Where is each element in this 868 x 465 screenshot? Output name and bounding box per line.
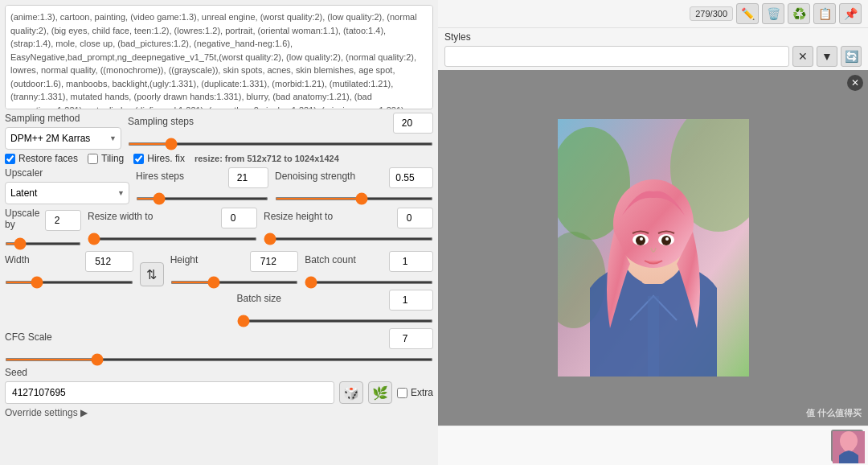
refresh-icon: 🔄 (845, 50, 858, 63)
hires-steps-input[interactable]: 21 (228, 167, 268, 188)
styles-input-row: ✕ ▼ 🔄 (444, 46, 862, 67)
hires-steps-section: Hires steps 21 (136, 167, 268, 204)
image-svg (558, 119, 749, 377)
upscale-by-section: Upscale by 2 (5, 208, 81, 248)
resize-width-slider[interactable] (88, 237, 257, 241)
height-input[interactable]: 712 (250, 251, 298, 272)
svg-point-11 (640, 237, 643, 241)
seed-input[interactable]: 4127107695 (5, 381, 334, 404)
denoising-section: Denoising strength 0.55 (275, 167, 433, 204)
upscaler-select[interactable]: Latent (5, 182, 129, 204)
resize-width-input[interactable]: 0 (221, 208, 257, 228)
sampling-method-label: Sampling method (5, 113, 121, 124)
width-section: Width 512 (5, 251, 133, 286)
denoising-label: Denoising strength (275, 171, 355, 182)
leaf-icon: 🌿 (372, 385, 388, 401)
batch-size-section: Batch size 1 (237, 290, 434, 325)
upscaler-section: Upscaler Latent (5, 167, 129, 204)
negative-prompt-text[interactable]: (anime:1.3), cartoon, painting, (video g… (5, 5, 433, 109)
styles-expand-button[interactable]: ▼ (817, 46, 837, 67)
pencil-icon: ✏️ (741, 7, 755, 20)
right-panel: 279/300 ✏️ 🗑️ ♻️ 📋 📌 Styles ✕ (438, 0, 868, 465)
upscaler-dropdown-wrapper: Latent (5, 182, 129, 204)
styles-input[interactable] (444, 46, 789, 67)
override-settings-label[interactable]: Override settings ▶ (5, 407, 433, 418)
styles-label: Styles (444, 31, 862, 43)
hires-steps-slider[interactable] (136, 197, 268, 200)
denoising-slider[interactable] (275, 197, 433, 200)
hires-steps-label: Hires steps (136, 171, 184, 182)
left-panel: (anime:1.3), cartoon, painting, (video g… (0, 0, 438, 465)
batch-count-label: Batch count (305, 254, 355, 265)
svg-point-16 (840, 431, 858, 451)
styles-clear-button[interactable]: ✕ (792, 46, 813, 67)
checkboxes-row: Restore faces Tiling Hires. fix resize: … (5, 153, 433, 164)
recycle-button[interactable]: 🌿 (368, 381, 392, 404)
trash-button[interactable]: 🗑️ (762, 3, 784, 24)
copy-button[interactable]: 📋 (813, 3, 836, 24)
cfg-scale-label: CFG Scale (5, 331, 52, 343)
batch-count-section: Batch count 1 (305, 251, 433, 286)
cfg-scale-input[interactable]: 7 (389, 328, 433, 349)
chevron-down-icon: ▼ (821, 50, 833, 63)
batch-count-input[interactable]: 1 (389, 251, 433, 272)
width-slider[interactable] (5, 281, 133, 284)
thumbnail-row (438, 426, 868, 465)
height-slider[interactable] (170, 281, 299, 284)
sampling-method-dropdown-wrapper: DPM++ 2M Karras (5, 127, 121, 150)
image-area: ✕ (438, 70, 868, 426)
copy-icon: 📋 (818, 7, 832, 20)
seed-row: 4127107695 🎲 🌿 Extra (5, 381, 433, 404)
cfg-section: CFG Scale 7 (5, 328, 433, 364)
recycle-img-button[interactable]: ♻️ (788, 3, 810, 24)
batch-count-slider[interactable] (305, 281, 433, 284)
sampling-method-select[interactable]: DPM++ 2M Karras (5, 127, 121, 150)
dice-button[interactable]: 🎲 (339, 381, 363, 404)
svg-point-10 (661, 236, 671, 245)
right-toolbar: 279/300 ✏️ 🗑️ ♻️ 📋 📌 (438, 0, 868, 28)
close-image-button[interactable]: ✕ (847, 75, 863, 91)
resize-row: Upscale by 2 Resize width to 0 Resize he… (5, 208, 433, 248)
resize-height-input[interactable]: 0 (397, 208, 433, 228)
width-input[interactable]: 512 (85, 251, 133, 272)
recycle-icon: ♻️ (792, 7, 806, 20)
resize-info: resize: from 512x712 to 1024x1424 (194, 154, 339, 163)
resize-height-slider[interactable] (264, 237, 433, 241)
pencil-button[interactable]: ✏️ (736, 3, 759, 24)
upscale-by-slider[interactable] (5, 242, 81, 245)
cfg-scale-slider[interactable] (5, 358, 433, 361)
upscaler-label: Upscaler (5, 167, 129, 179)
height-section: Height 712 (170, 251, 299, 286)
styles-refresh-button[interactable]: 🔄 (841, 46, 862, 67)
thumbnail-image[interactable] (831, 430, 863, 462)
watermark-text: 值 什么值得买 (806, 407, 862, 419)
seed-section: Seed 4127107695 🎲 🌿 Extra (5, 367, 433, 404)
resize-height-section: Resize height to 0 (264, 208, 433, 248)
tiling-checkbox[interactable]: Tiling (88, 153, 124, 164)
resize-width-label: Resize width to (88, 211, 153, 222)
height-label: Height (170, 254, 199, 265)
wh-batch-row: Width 512 ⇅ Height 712 Batch count (5, 251, 433, 286)
batch-size-slider[interactable] (237, 319, 434, 323)
dice-icon: 🎲 (343, 385, 359, 401)
width-label: Width (5, 254, 30, 265)
sampling-steps-slider[interactable] (128, 142, 433, 146)
upscale-by-label: Upscale by (5, 208, 45, 230)
batch-size-row: Batch size 1 (5, 290, 433, 325)
sampling-steps-input[interactable]: 20 (393, 113, 433, 134)
batch-size-input[interactable]: 1 (389, 290, 433, 311)
upscale-by-input[interactable]: 2 (45, 210, 81, 231)
restore-faces-checkbox[interactable]: Restore faces (5, 153, 78, 164)
hires-fix-checkbox[interactable]: Hires. fix (133, 153, 185, 164)
pin-button[interactable]: 📌 (839, 3, 862, 24)
sampling-steps-section: Sampling steps 20 (128, 113, 433, 150)
extra-checkbox[interactable]: Extra (397, 387, 433, 398)
sampling-steps-label: Sampling steps (128, 116, 194, 127)
swap-dimensions-button[interactable]: ⇅ (140, 262, 164, 286)
close-icon-img: ✕ (851, 77, 859, 88)
denoising-input[interactable]: 0.55 (389, 167, 433, 188)
resize-width-section: Resize width to 0 (88, 208, 257, 248)
svg-point-9 (636, 236, 645, 245)
resize-height-label: Resize height to (264, 211, 333, 222)
hires-row: Upscaler Latent Hires steps 21 Denoising… (5, 167, 433, 204)
